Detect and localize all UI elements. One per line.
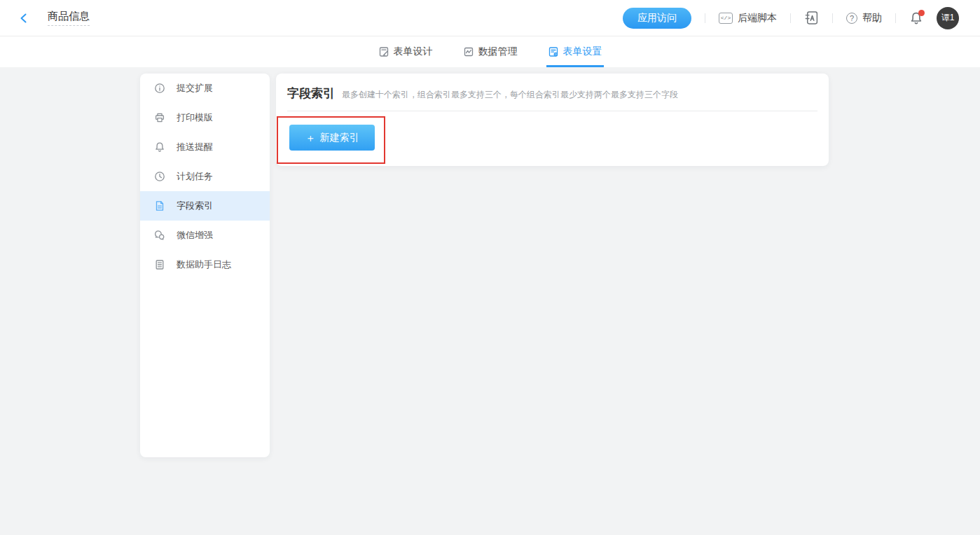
- header-left: 商品信息: [17, 10, 90, 26]
- tab-form-design[interactable]: 表单设计: [377, 36, 434, 67]
- sidebar-item-print-template[interactable]: 打印模版: [140, 103, 270, 132]
- backend-script-label: 后端脚本: [738, 12, 777, 25]
- sidebar-item-wechat-enhance[interactable]: 微信增强: [140, 221, 270, 250]
- tab-label: 数据管理: [478, 46, 518, 58]
- wechat-icon: [154, 230, 165, 241]
- address-book-icon: [804, 11, 819, 25]
- top-header: 商品信息 应用访问 </> 后端脚本 ? 帮助: [0, 0, 980, 36]
- sidebar-item-label: 数据助手日志: [177, 258, 231, 271]
- document-icon: [154, 200, 165, 211]
- tab-data-manage[interactable]: 数据管理: [462, 36, 519, 67]
- app-access-button[interactable]: 应用访问: [623, 8, 691, 29]
- content-area: 提交扩展 打印模版 推送提醒 计划任务 字段索引: [0, 67, 980, 535]
- divider: [790, 13, 791, 23]
- back-button[interactable]: [17, 11, 31, 25]
- tab-form-settings[interactable]: 表单设置: [546, 36, 604, 67]
- plus-icon: ＋: [305, 132, 316, 143]
- question-icon: ?: [846, 13, 857, 24]
- divider: [832, 13, 833, 23]
- address-book-button[interactable]: [804, 11, 819, 25]
- notification-bell[interactable]: [909, 11, 923, 25]
- form-design-icon: [378, 46, 389, 57]
- printer-icon: [154, 112, 165, 123]
- divider: [287, 111, 817, 111]
- tab-label: 表单设计: [394, 46, 433, 58]
- sidebar-item-label: 字段索引: [177, 200, 213, 212]
- help-button[interactable]: ? 帮助: [846, 12, 882, 25]
- bell-icon: [154, 141, 165, 153]
- clock-icon: [154, 171, 165, 182]
- sidebar-item-submit-extension[interactable]: 提交扩展: [140, 74, 270, 103]
- sidebar-item-label: 微信增强: [177, 229, 213, 242]
- sidebar-item-data-assistant-log[interactable]: 数据助手日志: [140, 250, 270, 279]
- sidebar-item-label: 计划任务: [177, 170, 213, 183]
- help-label: 帮助: [862, 12, 882, 25]
- form-settings-icon: [548, 46, 559, 57]
- sidebar-item-label: 推送提醒: [177, 141, 213, 153]
- data-manage-icon: [463, 46, 474, 57]
- tab-label: 表单设置: [563, 46, 602, 58]
- field-index-panel: 字段索引 最多创建十个索引，组合索引最多支持三个，每个组合索引最少支持两个最多支…: [276, 74, 829, 166]
- avatar[interactable]: 谭1: [937, 7, 959, 29]
- settings-sidebar: 提交扩展 打印模版 推送提醒 计划任务 字段索引: [140, 74, 270, 457]
- info-icon: [154, 83, 165, 94]
- header-right: 应用访问 </> 后端脚本 ? 帮助 谭1: [623, 7, 959, 29]
- panel-header: 字段索引 最多创建十个索引，组合索引最多支持三个，每个组合索引最少支持两个最多支…: [276, 74, 829, 102]
- sidebar-item-scheduled-task[interactable]: 计划任务: [140, 162, 270, 191]
- new-index-button[interactable]: ＋ 新建索引: [289, 125, 375, 151]
- notification-badge: [918, 10, 925, 16]
- log-icon: [154, 259, 165, 270]
- panel-subtitle: 最多创建十个索引，组合索引最多支持三个，每个组合索引最少支持两个最多支持三个字段: [342, 89, 678, 101]
- divider: [705, 13, 705, 23]
- chevron-left-icon: [18, 13, 29, 24]
- sidebar-item-label: 提交扩展: [177, 82, 213, 95]
- sidebar-item-field-index[interactable]: 字段索引: [140, 191, 270, 221]
- sidebar-item-label: 打印模版: [177, 111, 213, 124]
- panel-title: 字段索引: [287, 85, 335, 102]
- tab-bar: 表单设计 数据管理 表单设置: [0, 36, 980, 67]
- sidebar-item-push-notification[interactable]: 推送提醒: [140, 132, 270, 162]
- backend-script-button[interactable]: </> 后端脚本: [719, 12, 777, 25]
- new-index-label: 新建索引: [320, 132, 359, 144]
- divider: [895, 13, 896, 23]
- code-icon: </>: [719, 13, 733, 24]
- page-title[interactable]: 商品信息: [48, 10, 90, 26]
